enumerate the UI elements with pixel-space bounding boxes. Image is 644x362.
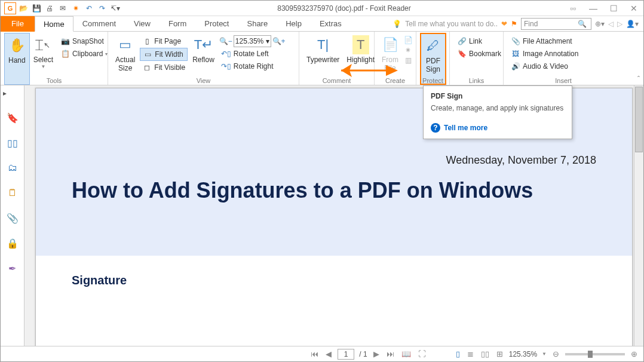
comments-panel-icon[interactable]: 🗒: [5, 186, 20, 200]
tab-share[interactable]: Share: [238, 16, 277, 32]
search-box[interactable]: 🔍: [521, 18, 591, 30]
zoom-out-icon[interactable]: 🔍−: [219, 37, 232, 45]
search-options-icon[interactable]: ⊕▾: [595, 20, 605, 28]
open-icon[interactable]: 📂: [17, 2, 29, 14]
redo-icon[interactable]: ↷: [96, 2, 108, 14]
fit-page-icon: ▯: [142, 36, 152, 46]
image-annotation-button[interactable]: 🖼Image Annotation: [508, 48, 581, 60]
favorite-icon[interactable]: ❤: [501, 20, 507, 28]
group-label-links: Links: [450, 77, 503, 84]
group-label-tools: Tools: [1, 77, 108, 84]
file-tab[interactable]: File: [1, 16, 35, 32]
zoom-in-status-icon[interactable]: ⊕: [630, 349, 639, 358]
tab-help[interactable]: Help: [277, 16, 311, 32]
zoom-in-icon[interactable]: 🔍+: [272, 37, 286, 45]
save-icon[interactable]: 💾: [30, 2, 42, 14]
signatures-panel-icon[interactable]: ✒: [5, 261, 20, 275]
burst-icon[interactable]: ✷: [70, 2, 82, 14]
image-annotation-label: Image Annotation: [523, 50, 578, 58]
zoom-value-box[interactable]: 125.35% ▾: [234, 35, 271, 47]
tell-me-input[interactable]: Tell me what you want to do..: [405, 20, 498, 28]
file-attachment-icon: 📎: [511, 36, 520, 46]
nav-next-icon[interactable]: ▷: [617, 20, 622, 28]
create-star-icon[interactable]: ✷: [403, 45, 413, 55]
rotate-left-button[interactable]: ↶▯Rotate Left: [219, 48, 286, 60]
from-file-icon: 📄: [382, 35, 398, 54]
file-attachment-button[interactable]: 📎File Attachment: [508, 35, 581, 47]
pdf-sign-tooltip: PDF Sign Create, manage, and apply ink s…: [423, 85, 572, 139]
bookmark-button[interactable]: 🔖Bookmark: [455, 48, 504, 60]
search-input[interactable]: [524, 20, 578, 28]
fit-visible-button[interactable]: ◻Fit Visible: [140, 62, 188, 73]
group-label-create: Create: [375, 77, 416, 84]
minimize-icon[interactable]: —: [587, 4, 599, 13]
actual-size-label: Actual Size: [115, 56, 135, 72]
snapshot-button[interactable]: 📷 SnapShot: [58, 35, 110, 47]
scrollbar-thumb[interactable]: [635, 87, 643, 152]
flag-icon[interactable]: ⚑: [511, 20, 517, 28]
tab-protect[interactable]: Protect: [195, 16, 238, 32]
bookmarks-panel-icon[interactable]: 🔖: [5, 111, 20, 125]
fit-visible-icon: ◻: [142, 63, 152, 72]
email-icon[interactable]: ✉: [57, 2, 69, 14]
security-panel-icon[interactable]: 🔒: [5, 236, 20, 250]
maximize-icon[interactable]: ☐: [608, 4, 620, 13]
tab-extras[interactable]: Extras: [311, 16, 351, 32]
search-icon[interactable]: 🔍: [578, 20, 587, 28]
snapshot-icon: 📷: [60, 36, 70, 46]
view-single-icon[interactable]: ▯: [455, 349, 461, 358]
user-icon[interactable]: 👤▾: [626, 20, 639, 28]
page-number-input[interactable]: 1: [338, 349, 355, 360]
zoom-slider-knob[interactable]: [588, 351, 593, 358]
tooltip-body: Create, manage, and apply ink signatures: [431, 104, 565, 112]
image-annotation-icon: 🖼: [511, 49, 520, 59]
zoom-dropdown-icon[interactable]: ▼: [542, 351, 547, 357]
undo-icon[interactable]: ↶: [83, 2, 95, 14]
first-page-icon[interactable]: ⏮: [309, 349, 320, 358]
tab-view[interactable]: View: [125, 16, 160, 32]
view-continuous-icon[interactable]: ≣: [466, 349, 475, 358]
zoom-slider[interactable]: [565, 353, 625, 355]
tooltip-tell-me-more[interactable]: ? Tell me more: [431, 123, 565, 133]
create-form-icon[interactable]: ▥: [403, 56, 413, 65]
cursor-dropdown-icon[interactable]: ↸▾: [109, 2, 121, 14]
typewriter-icon: T|: [315, 35, 332, 54]
bulb-icon: 💡: [392, 20, 401, 28]
last-page-icon[interactable]: ⏭: [385, 349, 395, 358]
fullscreen-icon[interactable]: ⛶: [417, 349, 427, 358]
clipboard-button[interactable]: 📋 Clipboard ▾: [58, 48, 110, 60]
zoom-out-status-icon[interactable]: ⊖: [551, 349, 560, 358]
nav-prev-icon[interactable]: ◁: [608, 20, 614, 28]
highlight-label: Highlight: [346, 56, 375, 64]
fit-page-button[interactable]: ▯Fit Page: [140, 35, 188, 47]
attachments-panel-icon[interactable]: 📎: [5, 211, 20, 225]
tab-comment[interactable]: Comment: [73, 16, 125, 32]
fit-width-icon: ▭: [143, 50, 152, 59]
reading-mode-icon[interactable]: 📖: [400, 349, 412, 358]
view-facing-icon[interactable]: ▯▯: [480, 349, 490, 358]
sidebar-toggle-icon[interactable]: ▸: [3, 89, 7, 97]
hand-label: Hand: [8, 56, 26, 65]
document-date: Wednesday, November 7, 2018: [446, 154, 596, 167]
fit-width-button[interactable]: ▭Fit Width: [140, 48, 188, 61]
next-page-icon[interactable]: ▶: [372, 349, 381, 358]
view-continuous-facing-icon[interactable]: ⊞: [495, 349, 504, 358]
link-button[interactable]: 🔗Link: [455, 35, 504, 47]
pages-panel-icon[interactable]: ▯▯: [5, 136, 20, 150]
fit-width-label: Fit Width: [155, 50, 183, 59]
prev-page-icon[interactable]: ◀: [324, 349, 333, 358]
tab-form[interactable]: Form: [160, 16, 195, 32]
group-label-comment: Comment: [299, 77, 374, 84]
print-icon[interactable]: 🖨: [44, 2, 56, 14]
audio-video-button[interactable]: 🔊Audio & Video: [508, 60, 581, 72]
ribbon-min-icon[interactable]: ▫▫: [567, 4, 579, 13]
page-total-label: / 1: [359, 350, 367, 358]
highlight-icon: T: [352, 35, 369, 54]
rotate-right-button[interactable]: ↷▯Rotate Right: [219, 60, 286, 72]
tab-home[interactable]: Home: [35, 16, 73, 32]
vertical-scrollbar[interactable]: [634, 85, 643, 346]
close-icon[interactable]: ✕: [628, 4, 640, 13]
create-blank-icon[interactable]: 📄: [403, 35, 413, 45]
layers-panel-icon[interactable]: 🗂: [5, 161, 20, 175]
ribbon-collapse-icon[interactable]: ˆ: [637, 75, 640, 84]
